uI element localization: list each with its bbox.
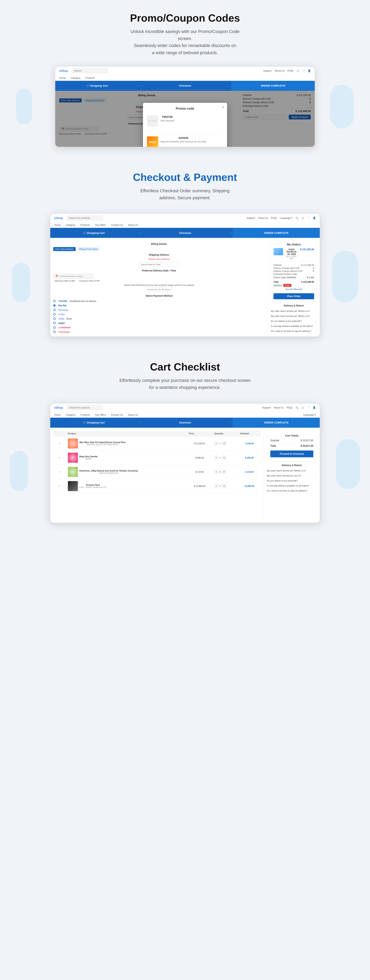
payment-paypal[interactable]: Pay Pal: [53, 303, 265, 308]
faqs-link-1[interactable]: FAQs: [287, 69, 293, 72]
dr-item-5[interactable]: Do I need to be there to sign for delive…: [271, 329, 317, 334]
nav-products-2[interactable]: Products: [80, 224, 90, 226]
support-link-2[interactable]: Support: [247, 216, 255, 220]
icon-user-1[interactable]: 👤: [308, 69, 311, 72]
icon-user-2[interactable]: 👤: [313, 216, 316, 220]
morning-opt-2[interactable]: ○ Morning 6 AM to 8 AM: [53, 280, 75, 282]
evening-opt-2[interactable]: ○ Evening 6 PM to 8 PM: [78, 280, 99, 282]
step-cart-1[interactable]: 🛒 Shopping Cart: [55, 81, 139, 91]
nav-home-1[interactable]: Home: [59, 76, 66, 80]
payment-googlepay[interactable]: G Pay: [53, 312, 265, 317]
icon-cart-2[interactable]: 🛒: [301, 216, 305, 220]
qty-minus-1[interactable]: −: [214, 441, 218, 445]
dr3-item-2[interactable]: My order hasn't arrived yet. Isn't it? ›: [267, 473, 317, 478]
support-link-1[interactable]: Support: [263, 69, 272, 72]
dr3-item-3[interactable]: Do you deliver to my postcode? ›: [267, 478, 317, 483]
qty-plus-2[interactable]: +: [222, 456, 226, 460]
faqs-link-2[interactable]: FAQs: [271, 216, 277, 220]
qty-plus-1[interactable]: +: [222, 441, 226, 445]
icon-user-3[interactable]: 👤: [313, 406, 316, 409]
about-link-1[interactable]: About Us: [275, 69, 284, 72]
icon-search-3[interactable]: 🔍: [295, 406, 298, 409]
icon-search-2[interactable]: 🔍: [295, 216, 298, 220]
step-checkout-1[interactable]: Checkout: [144, 81, 227, 91]
cart-title: Cart Checklist: [4, 361, 366, 373]
remove-btn-3[interactable]: ×: [57, 470, 61, 474]
payment-freecharge[interactable]: freecharge: [53, 330, 265, 334]
step-cart-2[interactable]: 🛒 Shopping Cart: [50, 228, 137, 238]
step-complete-1[interactable]: ORDER COMPLETE: [231, 81, 315, 91]
modal-close-btn[interactable]: ×: [222, 105, 224, 110]
step-complete-2[interactable]: ORDER COMPLETE: [233, 228, 320, 238]
nav-home-2[interactable]: Home: [54, 224, 61, 226]
place-order-btn[interactable]: Place Order: [273, 293, 314, 299]
language-2[interactable]: Language ▾: [280, 216, 292, 220]
nav-topoffers-2[interactable]: Top Offers: [95, 224, 106, 226]
payment-stripe[interactable]: stripe Stripe: [53, 317, 265, 321]
icon-cart-1[interactable]: 🛒: [297, 69, 300, 72]
dr-item-2[interactable]: My order hasn't arrived yet. Where is it…: [271, 313, 317, 319]
nav-about-3[interactable]: About Us: [128, 414, 138, 416]
promo-info-first50: FIRST50 50rs Discount: [161, 115, 174, 132]
door-step-btn-2[interactable]: Door Step Delivery: [53, 247, 76, 251]
faqs-link-3[interactable]: FAQs: [287, 406, 292, 409]
nav-category-2[interactable]: Category: [66, 224, 75, 226]
dr-item-4[interactable]: Is next-day delivery available on all or…: [271, 324, 317, 329]
dr3-item-4[interactable]: Is next-day delivery available on all or…: [267, 483, 317, 488]
payment-paytm[interactable]: paytm: [53, 321, 265, 325]
upload-area[interactable]: Choose file | No file chosen: [145, 287, 173, 292]
nav-category-3[interactable]: Category: [66, 414, 75, 416]
qty-minus-2[interactable]: −: [214, 456, 218, 460]
about-link-3[interactable]: About Us: [274, 406, 284, 409]
cart-page-right: Cart Totals Subtotal $ 25,817.65 Total $…: [264, 428, 320, 520]
nav-about-2[interactable]: About Us: [128, 224, 138, 226]
pickup-btn-2[interactable]: Pickup From Store: [77, 247, 99, 251]
qty-plus-3[interactable]: +: [222, 470, 226, 474]
step-checkout-3[interactable]: Checkout: [142, 418, 229, 428]
promo-item-first50[interactable]: NO IMAGE FIRST50 50rs Discount: [147, 113, 223, 134]
note-input-2[interactable]: [139, 262, 179, 267]
dr3-item-5[interactable]: Do I need to be there to sign for delive…: [267, 488, 317, 493]
nav-products-1[interactable]: Products: [86, 76, 95, 80]
icon-heart-2[interactable]: ♡: [308, 216, 310, 220]
icon-heart-1[interactable]: ♡: [303, 69, 305, 72]
payment-razorpay[interactable]: Razorpay: [53, 308, 265, 312]
icon-heart-3[interactable]: ♡: [308, 406, 310, 409]
nav-home-3[interactable]: Home: [54, 414, 61, 416]
remove-btn-2[interactable]: ×: [57, 456, 61, 459]
step-complete-3[interactable]: ORDER COMPLETE: [233, 418, 320, 428]
support-link-3[interactable]: Support: [262, 406, 271, 409]
step-checkout-2[interactable]: Checkout: [142, 228, 229, 238]
nav-topoffers-3[interactable]: Top Offers: [95, 414, 106, 416]
chevron-icon-4: ›: [316, 325, 317, 327]
qty-minus-3[interactable]: −: [214, 470, 218, 474]
search-input-3[interactable]: [67, 405, 103, 410]
remove-btn-1[interactable]: ×: [57, 442, 61, 445]
language-3[interactable]: Language ▾: [303, 414, 316, 416]
see-offers-link[interactable]: See All Offers(N): [273, 288, 314, 290]
qty-plus-4[interactable]: +: [222, 484, 226, 488]
payment-visa[interactable]: VISA/MC Visa/Mastercard on delivery: [53, 299, 265, 303]
clear-promo-btn[interactable]: Clear: [283, 284, 291, 287]
qty-minus-4[interactable]: −: [214, 484, 218, 488]
payment-mobikwik[interactable]: p mobikwik: [53, 325, 265, 330]
step-arrow-1: →: [139, 81, 144, 91]
qty-control-3: − 3 +: [214, 470, 236, 474]
promo-item-save50[interactable]: SALE SAVE50 Enjoy An Exclusive 50% Disco…: [147, 134, 223, 147]
remove-btn-4[interactable]: ×: [57, 485, 61, 488]
icon-cart-3[interactable]: 🛒: [301, 406, 305, 409]
checkout-subtitle: Effortless Checkout Order summary, Shipp…: [135, 187, 235, 201]
nav-products-3[interactable]: Products: [80, 414, 90, 416]
delivery-date-2[interactable]: 📅 Preferred Delivery Date: [53, 274, 93, 278]
dr3-item-1[interactable]: My order hasn't arrived yet. Where is it…: [267, 468, 317, 473]
dr-item-1[interactable]: My order hasn't arrived yet. Where is it…: [271, 309, 317, 313]
proceed-checkout-btn[interactable]: Proceed to Checkout: [270, 450, 313, 457]
dr-item-3[interactable]: Do you deliver to my postcode? ›: [271, 319, 317, 324]
nav-category-1[interactable]: Category: [71, 76, 80, 80]
nav-contact-3[interactable]: Contact Us: [111, 414, 123, 416]
step-cart-3[interactable]: 🛒 Shopping Cart: [50, 418, 137, 428]
nav-contact-2[interactable]: Contact Us: [111, 224, 123, 226]
about-link-2[interactable]: About Us: [258, 216, 268, 220]
search-input-2[interactable]: [67, 216, 103, 220]
search-input-1[interactable]: [72, 68, 108, 73]
